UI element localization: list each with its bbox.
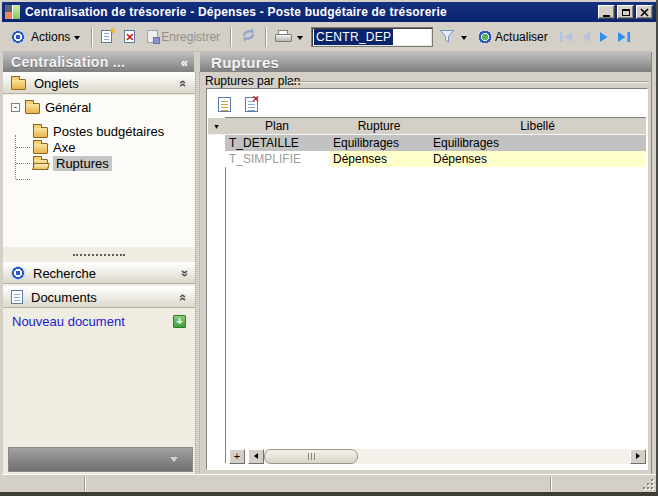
save-button[interactable]: Enregistrer xyxy=(144,28,225,46)
tree-guide-line xyxy=(15,135,16,179)
tree-node-postes-budgetaires[interactable]: Postes budgétaires xyxy=(33,123,164,139)
tree-node-label-selected[interactable]: Ruptures xyxy=(53,156,112,171)
title-bar: Centralisation de trésorerie - Dépenses … xyxy=(2,2,656,22)
cell-plan[interactable]: T_DETAILLE xyxy=(225,135,329,151)
print-dropdown-icon[interactable] xyxy=(297,36,303,40)
window-title: Centralisation de trésorerie - Dépenses … xyxy=(25,5,598,19)
folder-icon xyxy=(33,127,48,138)
tree-expander-icon[interactable]: - xyxy=(11,103,20,112)
cell-rupture[interactable]: Equilibrages xyxy=(329,135,429,151)
actions-target-icon xyxy=(11,30,25,44)
close-button[interactable] xyxy=(636,5,653,19)
grid-selector-divider xyxy=(225,117,226,463)
grid-delete-button[interactable]: ✕ xyxy=(242,95,260,113)
collapse-panel-icon[interactable]: « xyxy=(176,293,191,300)
column-header-libelle[interactable]: Libellé xyxy=(429,118,646,134)
cell-plan[interactable]: T_SIMPLIFIE xyxy=(225,151,329,167)
minimize-button[interactable] xyxy=(598,5,615,19)
actualiser-icon xyxy=(478,30,492,44)
row-selector-header[interactable]: ▼ xyxy=(208,118,225,134)
folder-icon xyxy=(11,79,26,90)
horizontal-scrollbar[interactable] xyxy=(248,449,646,464)
save-label: Enregistrer xyxy=(161,30,220,44)
toolbar-separator xyxy=(230,27,232,47)
right-arrow-icon xyxy=(636,453,640,459)
refresh-data-button[interactable] xyxy=(237,25,260,48)
refresh-view-label: Actualiser xyxy=(495,30,548,44)
toolbar-separator xyxy=(91,27,93,47)
resize-grip[interactable] xyxy=(643,479,653,489)
tree-node-axe[interactable]: Axe xyxy=(33,139,75,155)
grid-add-button[interactable] xyxy=(215,95,233,113)
onglets-panel-header[interactable]: Onglets « xyxy=(3,72,195,94)
last-record-button[interactable] xyxy=(616,31,631,43)
new-button[interactable]: ✦ xyxy=(98,28,115,45)
cell-libelle[interactable]: Equilibrages xyxy=(429,135,646,151)
main-panel: Ruptures par plan ✕ ▼ Plan Rupture Libel… xyxy=(200,72,652,474)
tree-node-label[interactable]: Axe xyxy=(53,140,75,155)
new-document-link[interactable]: Nouveau document xyxy=(12,314,125,329)
main-header: Ruptures xyxy=(200,52,652,72)
onglets-tree: - Général Postes budgétaires Axe Rupture… xyxy=(3,95,195,247)
documents-panel-header[interactable]: Documents « xyxy=(3,286,195,308)
add-document-button[interactable]: + xyxy=(173,315,186,328)
tree-node-label[interactable]: Général xyxy=(45,100,91,115)
filter-dropdown-icon[interactable] xyxy=(461,36,467,40)
grid-delete-row-icon: ✕ xyxy=(245,97,258,112)
tree-node-label[interactable]: Postes budgétaires xyxy=(53,124,164,139)
actions-dropdown-icon xyxy=(74,36,80,40)
actions-menu-button[interactable]: Actions xyxy=(8,28,86,46)
group-box-label: Ruptures par plan xyxy=(205,74,300,88)
onglets-label: Onglets xyxy=(34,76,79,91)
row-selector-cell[interactable] xyxy=(208,135,225,151)
column-header-plan[interactable]: Plan xyxy=(225,118,329,134)
maximize-button[interactable] xyxy=(617,5,634,19)
panel-dropdown-icon xyxy=(170,457,178,462)
column-header-rupture[interactable]: Rupture xyxy=(329,118,429,134)
tree-node-ruptures[interactable]: Ruptures xyxy=(33,155,112,171)
first-record-button[interactable] xyxy=(559,31,574,43)
tree-guide-line xyxy=(16,147,30,148)
previous-record-button[interactable] xyxy=(580,31,592,43)
cell-libelle[interactable]: Dépenses xyxy=(429,151,646,167)
search-input[interactable]: CENTR_DEP xyxy=(311,27,433,47)
minimize-icon xyxy=(603,15,610,17)
scroll-left-button[interactable] xyxy=(248,449,264,464)
sidebar-header: Centralisation ... « xyxy=(3,52,194,72)
next-record-button[interactable] xyxy=(598,31,610,43)
folder-icon xyxy=(33,143,48,154)
app-icon xyxy=(5,5,20,19)
expand-panel-icon[interactable]: « xyxy=(176,269,191,276)
main-toolbar: Actions ✦ ✕ Enregistrer xyxy=(2,22,651,52)
tree-guide-line xyxy=(16,179,30,180)
status-bar xyxy=(2,474,656,492)
row-selector-cell[interactable] xyxy=(208,151,225,167)
status-divider xyxy=(550,477,552,491)
collapsed-panel-bar[interactable] xyxy=(8,447,193,472)
group-box-line xyxy=(291,81,649,83)
grid-header-row: ▼ Plan Rupture Libellé xyxy=(208,118,646,135)
save-icon xyxy=(147,30,158,43)
scroll-right-button[interactable] xyxy=(630,449,646,464)
table-row[interactable]: T_SIMPLIFIE Dépenses Dépenses xyxy=(208,151,646,167)
scrollbar-thumb[interactable] xyxy=(264,449,358,464)
tree-node-general[interactable]: - Général xyxy=(11,99,91,115)
maximize-icon xyxy=(622,9,630,16)
delete-button[interactable]: ✕ xyxy=(121,28,138,45)
refresh-view-button[interactable]: Actualiser xyxy=(475,28,553,46)
grid-add-row-button[interactable]: + xyxy=(229,449,245,464)
application-window: Centralisation de trésorerie - Dépenses … xyxy=(0,0,658,496)
recherche-target-icon xyxy=(11,266,25,280)
sidebar-collapse-icon[interactable]: « xyxy=(181,55,188,70)
refresh-arrows-icon xyxy=(240,27,257,46)
filter-icon[interactable] xyxy=(439,29,455,44)
cell-rupture[interactable]: Dépenses xyxy=(329,151,429,167)
ruptures-group-panel: ✕ ▼ Plan Rupture Libellé T_DETAILLE Equi… xyxy=(206,88,648,470)
recherche-panel-header[interactable]: Recherche « xyxy=(3,262,195,284)
collapse-panel-icon[interactable]: « xyxy=(176,79,191,86)
search-input-value: CENTR_DEP xyxy=(314,29,393,45)
table-row[interactable]: T_DETAILLE Equilibrages Equilibrages xyxy=(208,135,646,151)
print-button[interactable] xyxy=(272,28,295,45)
window-frame-edge xyxy=(651,52,652,474)
sidebar-splitter-handle[interactable] xyxy=(3,250,195,260)
